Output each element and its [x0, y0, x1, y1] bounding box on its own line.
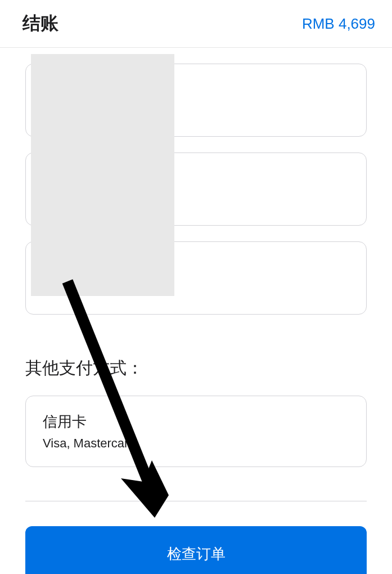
total-price[interactable]: RMB 4,699 [302, 15, 375, 33]
checkout-header: 结账 RMB 4,699 [0, 0, 392, 48]
page-title: 结账 [22, 11, 58, 36]
review-order-button[interactable]: 检查订单 [25, 526, 367, 574]
credit-card-subtitle: Visa, Mastercard [43, 436, 349, 451]
footer-area: 检查订单 [0, 526, 392, 574]
other-payment-section-title: 其他支付方式： [25, 357, 367, 380]
redaction-overlay [31, 54, 174, 296]
credit-card-title: 信用卡 [43, 412, 349, 432]
section-divider [25, 501, 367, 501]
credit-card-option[interactable]: 信用卡 Visa, Mastercard [25, 396, 367, 467]
